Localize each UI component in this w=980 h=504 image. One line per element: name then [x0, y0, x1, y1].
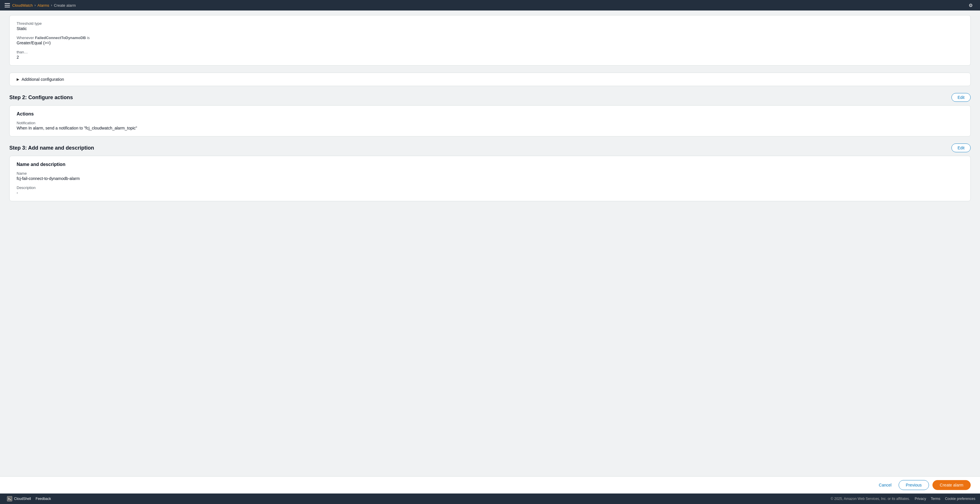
step3-header: Step 3: Add name and description Edit [10, 143, 970, 152]
cloudshell-icon [7, 496, 12, 501]
copyright-text: © 2025, Amazon Web Services, Inc. or its… [830, 497, 910, 501]
cookie-preferences-link[interactable]: Cookie preferences [945, 497, 975, 501]
breadcrumb-cloudwatch[interactable]: CloudWatch [12, 3, 33, 8]
top-nav-right: ⚙ [966, 1, 975, 10]
bottom-right-links: © 2025, Amazon Web Services, Inc. or its… [830, 497, 975, 501]
description-label: Description [17, 186, 963, 190]
breadcrumb-sep-2: › [51, 3, 52, 7]
feedback-button[interactable]: Feedback [36, 497, 51, 501]
whenever-label: Whenever FailedConnectToDynamoDB is [17, 36, 963, 40]
name-label: Name [17, 171, 963, 176]
threshold-type-label: Threshold type [17, 21, 963, 25]
threshold-type-block: Threshold type Static [17, 21, 963, 31]
top-navigation: CloudWatch › Alarms › Create alarm ⚙ [0, 0, 980, 11]
threshold-type-value: Static [17, 26, 963, 31]
breadcrumb-current: Create alarm [54, 3, 76, 8]
footer-action-bar: Cancel Previous Create alarm [0, 476, 980, 493]
threshold-card: Threshold type Static Whenever FailedCon… [10, 15, 970, 66]
breadcrumb: CloudWatch › Alarms › Create alarm [12, 3, 76, 8]
step3-card: Name and description Name fcj-fail-conne… [10, 156, 970, 201]
whenever-metric: FailedConnectToDynamoDB [35, 36, 86, 40]
whenever-is: is [87, 36, 89, 40]
name-desc-title: Name and description [17, 162, 963, 167]
whenever-block: Whenever FailedConnectToDynamoDB is Grea… [17, 36, 963, 45]
description-block: Description - [17, 186, 963, 195]
cloudshell-button[interactable]: CloudShell [5, 495, 33, 502]
svg-rect-2 [5, 7, 10, 7]
main-content: Threshold type Static Whenever FailedCon… [0, 11, 980, 504]
notification-detail: When In alarm, send a notification to "f… [17, 126, 963, 130]
cloudshell-label: CloudShell [14, 497, 31, 501]
breadcrumb-alarms[interactable]: Alarms [37, 3, 49, 8]
description-value: - [17, 191, 963, 195]
name-block: Name fcj-fail-connect-to-dynamodb-alarm [17, 171, 963, 181]
additional-config-section[interactable]: ▶ Additional configuration [10, 73, 970, 86]
breadcrumb-sep-1: › [34, 3, 36, 7]
than-value: 2 [17, 55, 963, 59]
additional-config-arrow: ▶ [17, 77, 19, 81]
threshold-info: Threshold type Static Whenever FailedCon… [17, 21, 963, 59]
step2-edit-button[interactable]: Edit [951, 93, 970, 102]
cancel-button[interactable]: Cancel [875, 480, 895, 490]
settings-icon[interactable]: ⚙ [966, 1, 975, 10]
previous-button[interactable]: Previous [899, 480, 929, 490]
additional-config-label: Additional configuration [22, 77, 64, 82]
step3-edit-button[interactable]: Edit [951, 143, 970, 152]
name-value: fcj-fail-connect-to-dynamodb-alarm [17, 176, 963, 181]
step2-title: Step 2: Configure actions [10, 94, 73, 101]
create-alarm-button[interactable]: Create alarm [932, 480, 970, 490]
privacy-link[interactable]: Privacy [915, 497, 926, 501]
than-label: than… [17, 50, 963, 54]
condition-value: Greater/Equal (>=) [17, 41, 963, 45]
bottom-bar: CloudShell Feedback © 2025, Amazon Web S… [0, 493, 980, 504]
step2-header: Step 2: Configure actions Edit [10, 93, 970, 102]
actions-title: Actions [17, 111, 963, 117]
terms-link[interactable]: Terms [931, 497, 940, 501]
svg-rect-1 [5, 5, 10, 6]
step2-card: Actions Notification When In alarm, send… [10, 105, 970, 137]
svg-rect-0 [5, 3, 10, 4]
notification-type: Notification [17, 121, 963, 125]
notification-block: Notification When In alarm, send a notif… [17, 121, 963, 130]
step3-title: Step 3: Add name and description [10, 145, 94, 151]
hamburger-menu[interactable] [5, 3, 10, 7]
than-block: than… 2 [17, 50, 963, 59]
